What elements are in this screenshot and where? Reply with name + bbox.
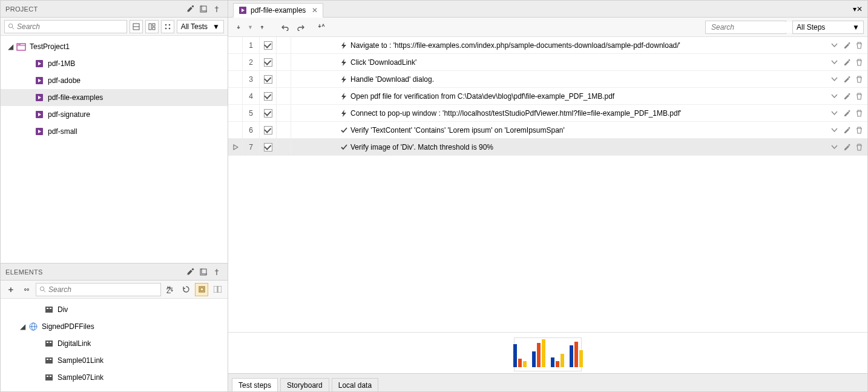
storyboard-thumb[interactable] xyxy=(514,337,582,371)
delete-step-button[interactable] xyxy=(854,139,867,155)
step-enabled-checkbox[interactable] xyxy=(260,139,277,155)
pencil-icon[interactable] xyxy=(184,3,196,15)
undo-button[interactable] xyxy=(278,21,292,34)
run-marker[interactable] xyxy=(228,122,243,138)
step-type-icon xyxy=(338,105,349,121)
step-enabled-checkbox[interactable] xyxy=(260,122,277,138)
step-enabled-checkbox[interactable] xyxy=(260,88,277,104)
close-icon[interactable]: ✕ xyxy=(312,6,318,15)
edit-step-button[interactable] xyxy=(841,37,854,53)
step-row[interactable]: 1Navigate to : 'https://file-examples.co… xyxy=(228,37,867,54)
edit-step-button[interactable] xyxy=(841,105,854,121)
step-enabled-checkbox[interactable] xyxy=(260,71,277,87)
expand-step-button[interactable] xyxy=(827,88,841,104)
step-description: Click 'DownloadLink' xyxy=(349,54,827,70)
pencil-icon[interactable] xyxy=(184,266,196,278)
move-down-button[interactable] xyxy=(232,21,245,34)
step-row[interactable]: 7Verify image of 'Div'. Match threshold … xyxy=(228,139,867,156)
run-marker[interactable] xyxy=(228,105,243,121)
record-step-button[interactable] xyxy=(315,21,328,34)
run-marker[interactable] xyxy=(228,37,243,53)
editor-search[interactable] xyxy=(705,21,786,34)
step-row[interactable]: 6Verify 'TextContent' 'Contains' 'Lorem … xyxy=(228,122,867,139)
editor-tab[interactable]: pdf-file-examples ✕ xyxy=(233,3,323,18)
editor-search-input[interactable] xyxy=(711,22,803,33)
view-mode-b[interactable] xyxy=(211,283,224,296)
move-up-button[interactable] xyxy=(255,21,269,34)
run-marker[interactable] xyxy=(228,88,243,104)
test-icon xyxy=(35,127,44,136)
refresh-button[interactable] xyxy=(179,283,192,296)
project-search-input[interactable] xyxy=(17,21,108,32)
sort-button[interactable]: AZ xyxy=(163,283,177,296)
dropdown-caret[interactable]: ▼ xyxy=(248,24,253,30)
step-description: Open pdf file for verification from C:\D… xyxy=(349,88,827,104)
expander-icon[interactable]: ◢ xyxy=(7,42,14,51)
add-element-button[interactable]: + xyxy=(4,283,18,296)
element-item[interactable]: Sample14Link xyxy=(1,386,228,392)
element-item[interactable]: Sample01Link xyxy=(1,352,228,369)
pin-icon[interactable] xyxy=(211,3,223,15)
bottom-tab[interactable]: Test steps xyxy=(232,378,278,391)
collapse-button[interactable] xyxy=(130,20,143,33)
project-item[interactable]: pdf-file-examples xyxy=(1,89,228,106)
test-icon xyxy=(35,76,44,85)
search-icon xyxy=(39,286,46,293)
redo-button[interactable] xyxy=(294,21,307,34)
layout-button[interactable] xyxy=(145,20,159,33)
expand-step-button[interactable] xyxy=(827,54,841,70)
bottom-tab[interactable]: Storyboard xyxy=(280,378,329,391)
edit-step-button[interactable] xyxy=(841,71,854,87)
elements-search-input[interactable] xyxy=(48,284,140,295)
step-enabled-checkbox[interactable] xyxy=(260,54,277,70)
run-marker[interactable] xyxy=(228,54,243,70)
expand-step-button[interactable] xyxy=(827,105,841,121)
edit-step-button[interactable] xyxy=(841,122,854,138)
element-item[interactable]: DigitalLink xyxy=(1,335,228,352)
edit-step-button[interactable] xyxy=(841,88,854,104)
project-root[interactable]: ◢ TestProject1 xyxy=(1,38,228,55)
expander-icon[interactable]: ◢ xyxy=(19,322,26,331)
project-filter-dropdown[interactable]: All Tests ▼ xyxy=(177,20,224,33)
step-row[interactable]: 5Connect to pop-up window : 'http://loca… xyxy=(228,105,867,122)
bottom-tab[interactable]: Local data xyxy=(332,378,378,391)
project-item[interactable]: pdf-small xyxy=(1,123,228,140)
element-item[interactable]: Div xyxy=(1,301,228,318)
project-search[interactable] xyxy=(4,20,127,33)
element-item[interactable]: Sample07Link xyxy=(1,369,228,386)
delete-step-button[interactable] xyxy=(854,37,867,53)
project-item[interactable]: pdf-adobe xyxy=(1,72,228,89)
expand-button[interactable] xyxy=(161,20,174,33)
tab-close-icon[interactable]: ✕ xyxy=(856,5,863,13)
element-group[interactable]: ◢ SignedPDFFiles xyxy=(1,318,228,335)
delete-step-button[interactable] xyxy=(854,54,867,70)
dock-icon[interactable] xyxy=(197,3,209,15)
delete-step-button[interactable] xyxy=(854,88,867,104)
project-item[interactable]: pdf-1MB xyxy=(1,55,228,72)
expand-step-button[interactable] xyxy=(827,122,841,138)
element-icon xyxy=(44,390,54,392)
view-mode-a[interactable] xyxy=(195,283,208,296)
elements-search[interactable] xyxy=(36,283,161,296)
run-marker[interactable] xyxy=(228,71,243,87)
step-enabled-checkbox[interactable] xyxy=(260,37,277,53)
expand-step-button[interactable] xyxy=(827,37,841,53)
step-row[interactable]: 3Handle 'Download' dialog. xyxy=(228,71,867,88)
expand-step-button[interactable] xyxy=(827,71,841,87)
svg-point-10 xyxy=(165,24,166,25)
step-enabled-checkbox[interactable] xyxy=(260,105,277,121)
expand-step-button[interactable] xyxy=(827,139,841,155)
pin-icon[interactable] xyxy=(211,266,223,278)
delete-step-button[interactable] xyxy=(854,105,867,121)
dock-icon[interactable] xyxy=(197,266,209,278)
project-item[interactable]: pdf-signature xyxy=(1,106,228,123)
step-row[interactable]: 4Open pdf file for verification from C:\… xyxy=(228,88,867,105)
delete-step-button[interactable] xyxy=(854,122,867,138)
delete-step-button[interactable] xyxy=(854,71,867,87)
steps-filter-dropdown[interactable]: All Steps ▼ xyxy=(792,21,864,34)
edit-step-button[interactable] xyxy=(841,139,854,155)
step-row[interactable]: 2Click 'DownloadLink' xyxy=(228,54,867,71)
edit-step-button[interactable] xyxy=(841,54,854,70)
run-marker[interactable] xyxy=(228,139,243,155)
link-button[interactable] xyxy=(20,283,33,296)
